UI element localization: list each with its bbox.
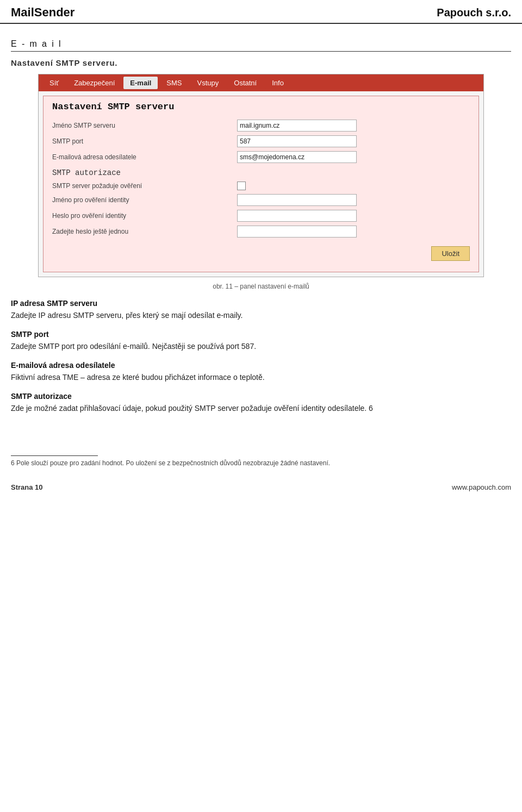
text-section-smtp-auth: SMTP autorizace Zde je možné zadat přihl… (11, 392, 511, 414)
page-footer: Strana 10 www.papouch.com (0, 483, 522, 491)
email-sender-input[interactable] (237, 151, 357, 163)
smtp-auth-checkbox[interactable] (237, 182, 246, 190)
figure-caption: obr. 11 – panel nastavení e-mailů (11, 283, 511, 290)
field-row-identity-password: Heslo pro ověření identity (52, 210, 470, 222)
section-divider (11, 51, 511, 52)
nav-item-sms[interactable]: SMS (160, 77, 188, 89)
smtp-auth-check-label: SMTP server požaduje ověření (52, 182, 237, 190)
nav-item-vstupy[interactable]: Vstupy (191, 77, 226, 89)
smtp-auth-section-title: SMTP autorizace (11, 392, 511, 401)
footnote-divider (11, 455, 98, 456)
company-name: Papouch s.r.o. (437, 7, 511, 19)
app-title: MailSender (11, 5, 74, 20)
page-number: Strana 10 (11, 483, 43, 491)
smtp-port-section-body: Zadejte SMTP port pro odesílání e-mailů.… (11, 341, 511, 352)
text-section-ip: IP adresa SMTP serveru Zadejte IP adresu… (11, 299, 511, 321)
section-subheading: Nastavení SMTP serveru. (11, 58, 511, 67)
panel-form: Nastavení SMTP serveru Jméno SMTP server… (43, 96, 479, 272)
nav-item-email[interactable]: E-mail (123, 77, 158, 89)
email-sender-section-title: E-mailová adresa odesílatele (11, 361, 511, 370)
panel-form-title: Nastavení SMTP serveru (52, 102, 470, 112)
panel-nav: Síť Zabezpečení E-mail SMS Vstupy Ostatn… (39, 74, 483, 91)
field-row-password-repeat: Zadejte heslo ještě jednou (52, 226, 470, 238)
ip-section-title: IP adresa SMTP serveru (11, 299, 511, 308)
nav-item-info[interactable]: Info (265, 77, 290, 89)
field-row-identity-name: Jméno pro ověření identity (52, 194, 470, 206)
field-row-smtp-auth-checkbox: SMTP server požaduje ověření (52, 182, 470, 190)
email-sender-section-body: Fiktivní adresa TME – adresa ze které bu… (11, 372, 511, 383)
page-content: E - m a i l Nastavení SMTP serveru. Síť … (0, 28, 522, 434)
nav-item-zabezpeceni[interactable]: Zabezpečení (67, 77, 121, 89)
smtp-auth-section-body: Zde je možné zadat přihlašovací údaje, p… (11, 403, 511, 414)
password-repeat-input[interactable] (237, 226, 357, 238)
footnote-text: 6 Pole slouží pouze pro zadání hodnot. P… (0, 459, 522, 467)
identity-name-input[interactable] (237, 194, 357, 206)
field-row-email-sender: E-mailová adresa odesílatele (52, 151, 470, 163)
ip-section-body: Zadejte IP adresu SMTP serveru, přes kte… (11, 310, 511, 321)
page-header: MailSender Papouch s.r.o. (0, 0, 522, 24)
nav-item-ostatni[interactable]: Ostatní (227, 77, 263, 89)
smtp-auth-title: SMTP autorizace (52, 168, 470, 177)
nav-item-sit[interactable]: Síť (43, 77, 65, 89)
smtp-port-label: SMTP port (52, 138, 237, 145)
footer-url: www.papouch.com (452, 483, 511, 491)
text-section-smtp-port: SMTP port Zadejte SMTP port pro odesílán… (11, 330, 511, 352)
text-section-email-sender: E-mailová adresa odesílatele Fiktivní ad… (11, 361, 511, 383)
save-button[interactable]: Uložit (431, 246, 470, 261)
smtp-server-label: Jméno SMTP serveru (52, 122, 237, 129)
email-sender-label: E-mailová adresa odesílatele (52, 153, 237, 161)
smtp-server-input[interactable] (237, 120, 357, 132)
panel-screenshot: Síť Zabezpečení E-mail SMS Vstupy Ostatn… (38, 74, 484, 277)
identity-password-label: Heslo pro ověření identity (52, 212, 237, 220)
section-heading: E - m a i l (11, 39, 511, 49)
field-row-smtp-port: SMTP port (52, 135, 470, 147)
field-row-smtp-server: Jméno SMTP serveru (52, 120, 470, 132)
smtp-port-section-title: SMTP port (11, 330, 511, 339)
password-repeat-label: Zadejte heslo ještě jednou (52, 228, 237, 235)
smtp-port-input[interactable] (237, 135, 357, 147)
identity-name-label: Jméno pro ověření identity (52, 196, 237, 204)
identity-password-input[interactable] (237, 210, 357, 222)
panel-footer: Uložit (52, 246, 470, 261)
